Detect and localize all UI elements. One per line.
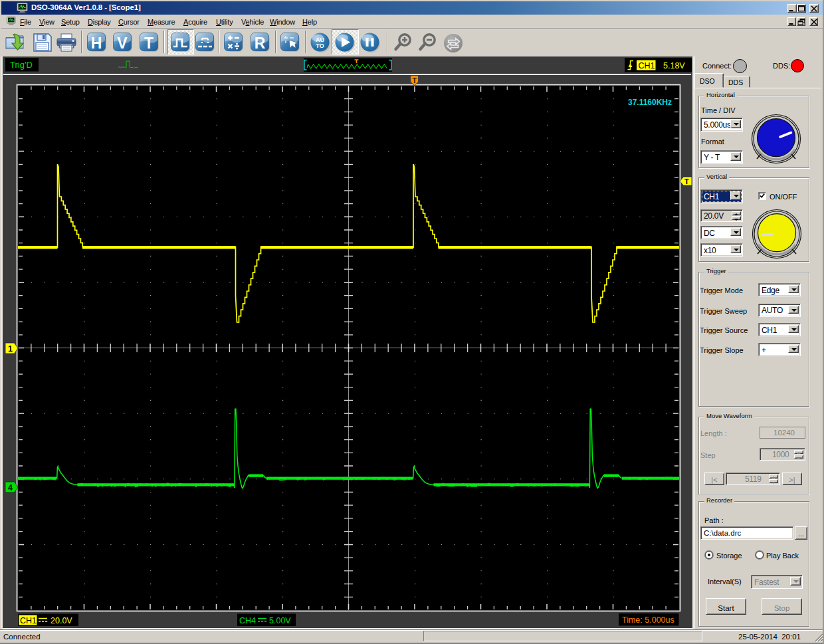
svg-text:5.18V: 5.18V bbox=[663, 61, 685, 70]
svg-text:20.0V: 20.0V bbox=[51, 616, 72, 625]
svg-text:CH4: CH4 bbox=[239, 616, 256, 625]
svg-text:Time: 5.000us: Time: 5.000us bbox=[622, 615, 674, 625]
svg-text:Trig'D: Trig'D bbox=[10, 60, 33, 70]
svg-text:4: 4 bbox=[8, 483, 13, 492]
svg-text:CH1: CH1 bbox=[639, 61, 655, 70]
svg-text:37.1160KHz: 37.1160KHz bbox=[628, 98, 672, 107]
svg-text:T: T bbox=[684, 177, 689, 185]
svg-text:5.00V: 5.00V bbox=[269, 616, 291, 625]
svg-text:1: 1 bbox=[8, 344, 13, 354]
svg-text:T: T bbox=[413, 76, 417, 84]
svg-text:CH1: CH1 bbox=[20, 616, 37, 625]
